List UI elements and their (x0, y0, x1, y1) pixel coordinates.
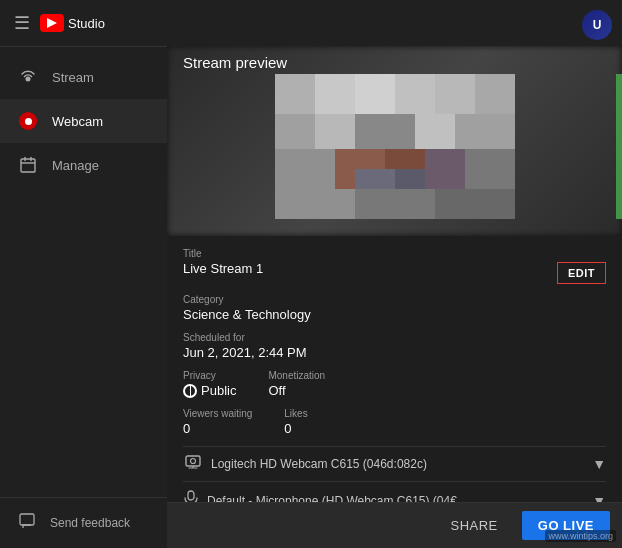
stream-preview-label: Stream preview (183, 54, 287, 71)
sidebar-stream-label: Stream (52, 70, 94, 85)
privacy-value: Public (183, 383, 236, 398)
svg-rect-30 (188, 491, 194, 500)
category-label: Category (183, 294, 606, 305)
category-row: Category Science & Technology (183, 294, 606, 322)
webcam-icon (18, 111, 38, 131)
feedback-label: Send feedback (50, 516, 130, 530)
svg-point-28 (191, 459, 196, 464)
title-value: Live Stream 1 (183, 261, 545, 276)
scheduled-row: Scheduled for Jun 2, 2021, 2:44 PM (183, 332, 606, 360)
avatar[interactable]: U (582, 10, 612, 40)
monetization-value: Off (268, 383, 325, 398)
svg-rect-10 (435, 74, 475, 114)
svg-rect-11 (475, 74, 515, 114)
svg-rect-20 (275, 149, 335, 189)
svg-rect-13 (315, 114, 355, 149)
category-value: Science & Technology (183, 307, 606, 322)
device1-row[interactable]: Logitech HD Webcam C615 (046d:082c) ▼ (183, 446, 606, 481)
device2-label: Default - Microphone (HD Webcam C615) (0… (207, 494, 457, 502)
svg-rect-16 (455, 114, 515, 149)
svg-rect-14 (355, 114, 415, 149)
info-panel: Title Live Stream 1 EDIT Category Scienc… (167, 236, 622, 502)
microphone-device-icon (183, 490, 199, 502)
device2-left: Default - Microphone (HD Webcam C615) (0… (183, 490, 457, 502)
watermark: www.wintips.org (545, 530, 616, 542)
preview-area: Stream preview (167, 46, 622, 236)
privacy-label: Privacy (183, 370, 236, 381)
svg-point-0 (26, 77, 31, 82)
viewers-label: Viewers waiting (183, 408, 252, 419)
sidebar-webcam-label: Webcam (52, 114, 103, 129)
likes-row: Likes 0 (284, 408, 307, 436)
title-info: Title Live Stream 1 (183, 248, 545, 276)
scheduled-label: Scheduled for (183, 332, 606, 343)
hamburger-icon[interactable]: ☰ (14, 12, 30, 34)
svg-rect-24 (275, 189, 355, 219)
privacy-row: Privacy Public (183, 370, 236, 398)
feedback-icon (18, 512, 36, 534)
manage-icon (18, 155, 38, 175)
monetization-row: Monetization Off (268, 370, 325, 398)
title-label: Title (183, 248, 545, 259)
svg-rect-7 (315, 74, 355, 114)
svg-rect-22 (355, 169, 395, 189)
svg-rect-9 (395, 74, 435, 114)
sidebar-manage-label: Manage (52, 158, 99, 173)
feedback-item[interactable]: Send feedback (18, 512, 149, 534)
svg-rect-21 (465, 149, 515, 189)
likes-label: Likes (284, 408, 307, 419)
device1-label: Logitech HD Webcam C615 (046d:082c) (211, 457, 427, 471)
svg-rect-1 (21, 159, 35, 172)
svg-rect-19 (425, 149, 465, 189)
sidebar-nav: Stream Webcam Manage (0, 47, 167, 497)
webcam-device-icon (183, 455, 203, 473)
edit-button[interactable]: EDIT (557, 262, 606, 284)
device2-chevron-icon[interactable]: ▼ (592, 493, 606, 502)
youtube-icon (40, 14, 64, 32)
svg-rect-23 (395, 169, 425, 189)
scheduled-value: Jun 2, 2021, 2:44 PM (183, 345, 606, 360)
svg-rect-26 (435, 189, 515, 219)
yt-studio-label: Studio (68, 17, 105, 30)
sidebar-header: ☰ Studio (0, 0, 167, 47)
share-button[interactable]: SHARE (436, 512, 511, 539)
sidebar: ☰ Studio Stream Webcam (0, 0, 167, 548)
likes-value: 0 (284, 421, 307, 436)
device1-left: Logitech HD Webcam C615 (046d:082c) (183, 455, 427, 473)
top-bar: U (167, 0, 622, 46)
viewers-likes-row: Viewers waiting 0 Likes 0 (183, 408, 606, 436)
globe-icon (183, 384, 197, 398)
svg-rect-8 (355, 74, 395, 114)
svg-rect-12 (275, 114, 315, 149)
svg-rect-15 (415, 114, 455, 149)
title-row: Title Live Stream 1 EDIT (183, 248, 606, 284)
viewers-row: Viewers waiting 0 (183, 408, 252, 436)
sidebar-item-stream[interactable]: Stream (0, 55, 167, 99)
main-content: U Stream preview (167, 0, 622, 548)
yt-logo: Studio (40, 14, 105, 32)
sidebar-footer[interactable]: Send feedback (0, 497, 167, 548)
device2-row[interactable]: Default - Microphone (HD Webcam C615) (0… (183, 481, 606, 502)
sidebar-item-webcam[interactable]: Webcam (0, 99, 167, 143)
svg-rect-6 (275, 74, 315, 114)
viewers-value: 0 (183, 421, 252, 436)
svg-rect-25 (355, 189, 435, 219)
svg-rect-27 (186, 456, 200, 466)
device1-chevron-icon[interactable]: ▼ (592, 456, 606, 472)
stream-icon (18, 67, 38, 87)
svg-rect-5 (20, 514, 34, 525)
privacy-monetization-row: Privacy Public Monetization Off (183, 370, 606, 398)
sidebar-item-manage[interactable]: Manage (0, 143, 167, 187)
monetization-label: Monetization (268, 370, 325, 381)
